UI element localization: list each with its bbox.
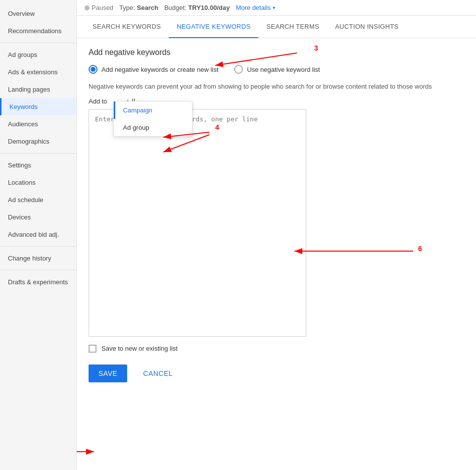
budget-label: Budget: TRY10.00/day	[164, 4, 230, 11]
svg-text:6: 6	[418, 245, 422, 253]
radio-option-create-list[interactable]: Add negative keywords or create new list	[89, 65, 218, 74]
checkbox-label: Save to new or existing list	[101, 345, 178, 352]
keywords-textarea[interactable]	[89, 109, 306, 337]
radio-unchecked-icon	[234, 65, 243, 74]
save-to-list-checkbox[interactable]	[89, 345, 96, 353]
sidebar-item-landing-pages[interactable]: Landing pages	[0, 81, 76, 98]
sidebar-item-audiences[interactable]: Audiences	[0, 115, 76, 133]
sidebar-item-keywords[interactable]: Keywords	[0, 98, 76, 115]
sidebar-item-ad-groups[interactable]: Ad groups	[0, 46, 76, 63]
sidebar-item-drafts-experiments[interactable]: Drafts & experiments	[0, 273, 76, 291]
status-dot	[85, 5, 90, 10]
section-title: Add negative keywords	[89, 48, 464, 57]
sidebar-divider-1	[0, 43, 76, 43]
save-button[interactable]: SAVE	[89, 365, 127, 382]
sidebar-item-ad-schedule[interactable]: Ad schedule	[0, 191, 76, 209]
sidebar-item-ads-extensions[interactable]: Ads & extensions	[0, 63, 76, 81]
dropdown-item-ad-group[interactable]: Ad group	[114, 119, 192, 136]
main-content: Paused Type: Search Budget: TRY10.00/day…	[77, 0, 476, 470]
tab-negative-keywords[interactable]: NEGATIVE KEYWORDS	[169, 16, 258, 38]
radio-group: Add negative keywords or create new list…	[89, 65, 464, 74]
sidebar-item-recommendations[interactable]: Recommendations	[0, 22, 76, 40]
sidebar-item-locations[interactable]: Locations	[0, 174, 76, 191]
radio-checked-icon	[89, 65, 97, 74]
action-buttons: SAVE CANCEL	[89, 365, 464, 382]
sidebar-item-change-history[interactable]: Change history	[0, 250, 76, 267]
sidebar-item-overview[interactable]: Overview	[0, 5, 76, 22]
dropdown-item-campaign[interactable]: Campaign	[114, 102, 192, 119]
main-panel: 2 3 4 6 7 Add negative keywords Add nega…	[77, 38, 476, 470]
sidebar-item-devices[interactable]: Devices	[0, 209, 76, 226]
radio-option-use-list[interactable]: Use negative keyword list	[234, 65, 320, 74]
sidebar: Overview Recommendations Ad groups Ads &…	[0, 0, 77, 470]
sidebar-divider-4	[0, 270, 76, 270]
top-bar: Paused Type: Search Budget: TRY10.00/day…	[77, 0, 476, 16]
status-badge: Paused	[85, 4, 113, 11]
sidebar-divider-3	[0, 246, 76, 247]
sidebar-item-settings[interactable]: Settings	[0, 157, 76, 174]
sidebar-item-advanced-bid[interactable]: Advanced bid adj.	[0, 226, 76, 243]
type-label: Type: Search	[119, 4, 158, 11]
sidebar-divider-2	[0, 153, 76, 154]
add-to-label: Add to	[89, 98, 107, 105]
add-to-row: Add to Campaign Ad group بالش	[89, 98, 464, 105]
dropdown-menu: Campaign Ad group	[113, 101, 192, 137]
sidebar-item-demographics[interactable]: Demographics	[0, 133, 76, 150]
chevron-down-icon: ▾	[273, 5, 275, 10]
radio-label-create: Add negative keywords or create new list	[101, 66, 218, 73]
tabs-bar: SEARCH KEYWORDS NEGATIVE KEYWORDS SEARCH…	[77, 16, 476, 38]
more-details-link[interactable]: More details ▾	[236, 4, 275, 11]
tab-search-terms[interactable]: SEARCH TERMS	[258, 16, 327, 38]
radio-label-use: Use negative keyword list	[247, 66, 320, 73]
tab-auction-insights[interactable]: AUCTION INSIGHTS	[327, 16, 406, 38]
cancel-button[interactable]: CANCEL	[135, 365, 181, 382]
info-text: Negative keywords can prevent your ad fr…	[89, 82, 464, 92]
tab-search-keywords[interactable]: SEARCH KEYWORDS	[85, 16, 169, 38]
status-label: Paused	[92, 4, 113, 11]
checkbox-row: Save to new or existing list	[89, 345, 464, 353]
